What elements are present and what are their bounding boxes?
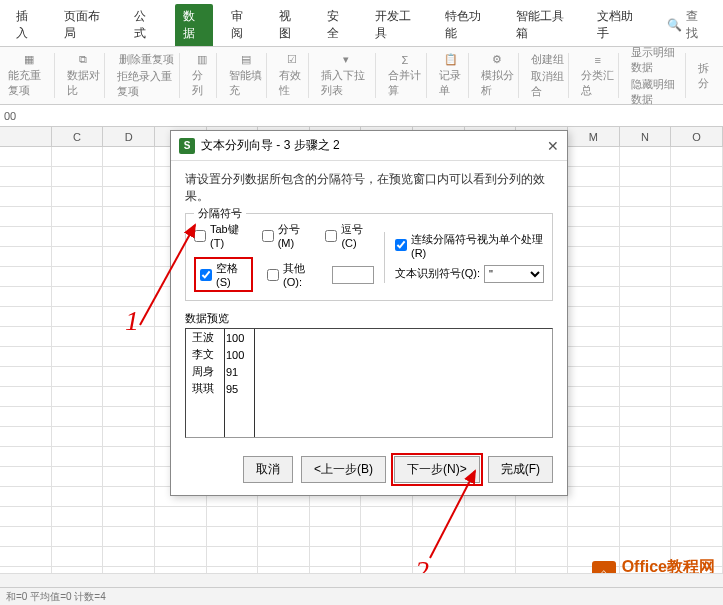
cell[interactable] [620,387,672,406]
cell[interactable] [103,487,155,506]
next-button[interactable]: 下一步(N)> [394,456,480,483]
cell[interactable] [103,207,155,226]
cell[interactable] [103,347,155,366]
chk-semicolon[interactable]: 分号(M) [262,222,312,249]
cell[interactable] [0,387,52,406]
cell[interactable] [207,547,259,566]
cell[interactable] [568,247,620,266]
rb-subtotal[interactable]: ≡分类汇总 [577,53,619,98]
rb-create-group[interactable]: 创建组 [531,52,564,67]
cell[interactable] [310,527,362,546]
cell[interactable] [671,267,723,286]
cell[interactable] [0,207,52,226]
cell[interactable] [671,247,723,266]
cell[interactable] [465,527,517,546]
tab-layout[interactable]: 页面布局 [56,4,116,46]
cell[interactable] [671,487,723,506]
chk-space[interactable]: 空格(S) [200,261,247,288]
cell[interactable] [52,407,104,426]
cell[interactable] [413,507,465,526]
search-tab[interactable]: 🔍 查找 [659,4,715,46]
cell[interactable] [671,527,723,546]
cell[interactable] [568,287,620,306]
cell[interactable] [568,387,620,406]
cell[interactable] [52,347,104,366]
cell[interactable] [0,187,52,206]
cell[interactable] [671,467,723,486]
tab-smart[interactable]: 智能工具箱 [508,4,579,46]
cell[interactable] [0,507,52,526]
cell[interactable] [620,247,672,266]
cell[interactable] [568,227,620,246]
cell[interactable] [568,447,620,466]
tab-data[interactable]: 数据 [175,4,213,46]
cell[interactable] [620,267,672,286]
cell[interactable] [103,147,155,166]
cell[interactable] [0,347,52,366]
cell[interactable] [620,307,672,326]
col-h[interactable] [0,127,52,146]
cell[interactable] [103,447,155,466]
cell[interactable] [671,147,723,166]
cell[interactable] [568,347,620,366]
cell[interactable] [568,327,620,346]
rb-ungroup[interactable]: 取消组合 [531,69,564,99]
cell[interactable] [671,367,723,386]
rb-consolidate[interactable]: Σ合并计算 [384,53,426,98]
cell[interactable] [52,147,104,166]
cell[interactable] [620,407,672,426]
cell[interactable] [516,527,568,546]
cell[interactable] [568,527,620,546]
cell[interactable] [620,347,672,366]
cell[interactable] [620,527,672,546]
cell[interactable] [568,427,620,446]
cell[interactable] [671,447,723,466]
cell[interactable] [671,187,723,206]
formula-bar[interactable]: 00 [0,105,723,127]
tab-helper[interactable]: 文档助手 [589,4,649,46]
cell[interactable] [0,367,52,386]
cell[interactable] [258,527,310,546]
cell[interactable] [258,547,310,566]
cell[interactable] [620,427,672,446]
col-h[interactable]: N [620,127,672,146]
rb-reject-dup[interactable]: 拒绝录入重复项 [117,69,175,99]
cell[interactable] [0,247,52,266]
cell[interactable] [671,287,723,306]
tab-view[interactable]: 视图 [271,4,309,46]
rb-hide-detail[interactable]: 隐藏明细数据 [631,77,681,107]
rb-compare[interactable]: ⧉数据对比 [63,53,105,98]
col-h[interactable]: C [52,127,104,146]
cell[interactable] [103,507,155,526]
cell[interactable] [620,367,672,386]
cell[interactable] [0,487,52,506]
cell[interactable] [0,147,52,166]
horizontal-scrollbar[interactable] [0,573,723,587]
cell[interactable] [620,167,672,186]
cell[interactable] [620,227,672,246]
close-icon[interactable]: ✕ [547,138,559,154]
cell[interactable] [52,187,104,206]
rb-split[interactable]: 拆分 [694,53,719,98]
rb-show-detail[interactable]: 显示明细数据 [631,45,681,75]
cell[interactable] [103,427,155,446]
cell[interactable] [465,507,517,526]
cell[interactable] [620,447,672,466]
cell[interactable] [671,387,723,406]
cell[interactable] [52,207,104,226]
rb-validate[interactable]: ☑有效性 [275,53,309,98]
cell[interactable] [52,507,104,526]
cell[interactable] [103,287,155,306]
finish-button[interactable]: 完成(F) [488,456,553,483]
cell[interactable] [155,527,207,546]
cancel-button[interactable]: 取消 [243,456,293,483]
cell[interactable] [568,147,620,166]
chk-consecutive[interactable]: 连续分隔符号视为单个处理(R) [395,232,544,259]
cell[interactable] [103,187,155,206]
chk-comma[interactable]: 逗号(C) [325,222,374,249]
cell[interactable] [0,227,52,246]
cell[interactable] [620,287,672,306]
tab-security[interactable]: 安全 [319,4,357,46]
col-h[interactable]: O [671,127,723,146]
tab-dev[interactable]: 开发工具 [367,4,427,46]
